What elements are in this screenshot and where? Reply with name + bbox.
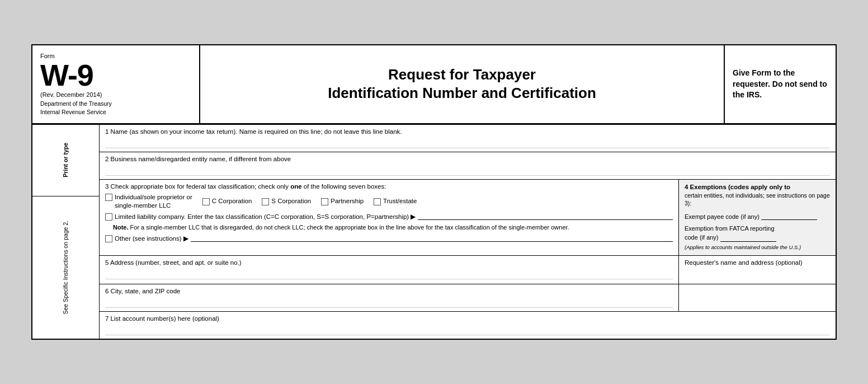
exempt-fatca-label: Exemption from FATCA reporting — [685, 224, 830, 233]
field5-input[interactable] — [105, 268, 673, 279]
checkbox-scorp-box[interactable] — [262, 198, 269, 205]
checkbox-ccorp-box[interactable] — [202, 198, 210, 205]
side-label-wrapper: Print or type See Specific Instructions … — [32, 125, 100, 339]
side-label-see: See Specific Instructions on page 2. — [62, 221, 70, 315]
title-line2: Identification Number and Certification — [328, 85, 596, 101]
field6-label: 6 City, state, and ZIP code — [105, 288, 673, 294]
field2-input[interactable] — [105, 165, 830, 176]
field5-label: 5 Address (number, street, and apt. or s… — [105, 259, 673, 266]
section4-right: 4 Exemptions (codes apply only to certai… — [679, 180, 836, 255]
checkbox-individual: Individual/sole proprietor orsingle-memb… — [105, 193, 192, 210]
code-if-any-label: code (if any) — [685, 234, 719, 241]
form-header: Form W-9 (Rev. December 2014) Department… — [32, 45, 836, 124]
side-label-top: Print or type — [32, 125, 99, 196]
llc-row: Limited liability company. Enter the tax… — [105, 213, 673, 221]
code-if-any-row: code (if any) — [685, 233, 830, 242]
requester-label: Requester's name and address (optional) — [685, 259, 830, 266]
field1-input[interactable] — [105, 137, 830, 148]
fields-wrapper: 1 Name (as shown on your income tax retu… — [100, 125, 836, 339]
side-label-bottom: See Specific Instructions on page 2. — [32, 196, 99, 339]
form-rev: (Rev. December 2014) — [40, 91, 191, 98]
field3-post: of the following seven boxes: — [302, 183, 386, 190]
checkbox-ccorp: C Corporation — [202, 198, 252, 205]
header-right-text: Give Form to the requester. Do not send … — [733, 68, 828, 101]
field6-right — [679, 284, 836, 311]
exempt-payee-row: Exempt payee code (if any) — [685, 211, 830, 220]
dept-line2: Internal Revenue Service — [40, 109, 106, 115]
checkbox-other-box[interactable] — [105, 235, 112, 242]
title-line1: Request for Taxpayer — [388, 66, 536, 83]
form-number: W-9 — [40, 60, 191, 90]
checkbox-partnership-box[interactable] — [321, 198, 328, 205]
field3-label: 3 Check appropriate box for federal tax … — [105, 183, 673, 190]
note-label: Note. — [113, 224, 129, 231]
checkbox-trust-label: Trust/estate — [383, 198, 417, 204]
header-left: Form W-9 (Rev. December 2014) Department… — [32, 45, 200, 123]
field2-row: 2 Business name/disregarded entity name,… — [100, 152, 836, 180]
exempt-payee-field[interactable] — [761, 211, 817, 220]
field2-label: 2 Business name/disregarded entity name,… — [105, 156, 830, 162]
form-dept: Department of the Treasury Internal Reve… — [40, 100, 191, 116]
fatca-code-field[interactable] — [720, 233, 776, 242]
note-text: For a single-member LLC that is disregar… — [129, 224, 569, 231]
exempt-fatca-row: Exemption from FATCA reporting code (if … — [685, 224, 830, 242]
field6-row: 6 City, state, and ZIP code — [100, 284, 836, 312]
checkbox-trust-box[interactable] — [374, 198, 381, 205]
checkbox-individual-label: Individual/sole proprietor orsingle-memb… — [115, 193, 192, 210]
llc-input[interactable] — [418, 213, 673, 220]
form-title: Request for Taxpayer Identification Numb… — [328, 65, 596, 104]
field5-left: 5 Address (number, street, and apt. or s… — [100, 256, 679, 284]
checkbox-ccorp-label: C Corporation — [212, 198, 252, 204]
section3-wrapper: 3 Check appropriate box for federal tax … — [100, 180, 836, 256]
checkbox-trust: Trust/estate — [374, 198, 417, 205]
section4-sub: certain entities, not individuals; see i… — [685, 191, 830, 208]
fatca-applies: (Applies to accounts maintained outside … — [685, 244, 830, 251]
header-right: Give Form to the requester. Do not send … — [724, 45, 836, 123]
note-row: Note. For a single-member LLC that is di… — [105, 223, 673, 232]
checkbox-scorp-label: S Corporation — [271, 198, 311, 204]
exempt-payee-label: Exempt payee code (if any) — [685, 213, 760, 220]
other-label: Other (see instructions) ▶ — [115, 235, 188, 242]
field7-label: 7 List account number(s) here (optional) — [105, 315, 830, 322]
field5-right: Requester's name and address (optional) — [679, 256, 836, 284]
field1-label: 1 Name (as shown on your income tax retu… — [105, 128, 830, 135]
field3-pre: 3 Check appropriate box for federal tax … — [105, 183, 290, 190]
checkbox-partnership: Partnership — [321, 198, 364, 205]
w9-form: Form W-9 (Rev. December 2014) Department… — [31, 44, 837, 339]
checkbox-llc-box[interactable] — [105, 213, 112, 221]
section4-title: 4 Exemptions (codes apply only to — [685, 184, 830, 190]
other-row: Other (see instructions) ▶ — [105, 235, 673, 242]
section3-left: 3 Check appropriate box for federal tax … — [100, 180, 679, 255]
field5-row: 5 Address (number, street, and apt. or s… — [100, 256, 836, 284]
dept-line1: Department of the Treasury — [40, 100, 112, 107]
checkboxes-row: Individual/sole proprietor orsingle-memb… — [105, 193, 673, 210]
checkbox-individual-box[interactable] — [105, 194, 112, 201]
checkbox-partnership-label: Partnership — [331, 198, 364, 204]
field1-row: 1 Name (as shown on your income tax retu… — [100, 125, 836, 152]
form-body: Print or type See Specific Instructions … — [32, 125, 836, 339]
side-label-print: Print or type — [62, 143, 70, 177]
llc-label: Limited liability company. Enter the tax… — [115, 213, 416, 221]
field7-row: 7 List account number(s) here (optional) — [100, 312, 836, 339]
field6-input[interactable] — [105, 297, 673, 308]
field6-left: 6 City, state, and ZIP code — [100, 284, 679, 311]
other-input[interactable] — [191, 235, 673, 242]
field3-bold: one — [290, 183, 301, 190]
header-center: Request for Taxpayer Identification Numb… — [200, 45, 724, 123]
field7-input[interactable] — [105, 324, 830, 335]
checkbox-scorp: S Corporation — [262, 198, 311, 205]
